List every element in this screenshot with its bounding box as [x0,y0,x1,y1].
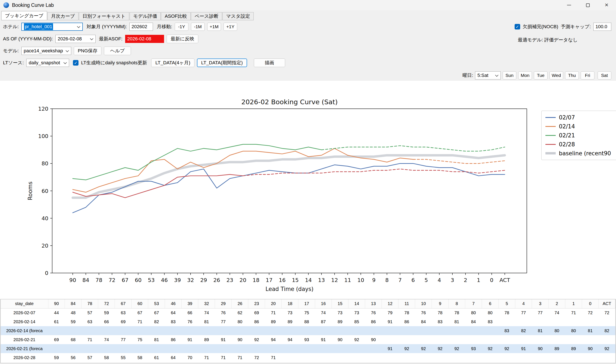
weekday-mon-button[interactable]: Mon [518,71,532,79]
column-header-7[interactable]: 7 [465,299,482,308]
shift-plus-1y-button[interactable]: +1Y [223,23,237,31]
value-cell: 77 [115,335,132,344]
column-header-6[interactable]: 6 [482,299,499,308]
column-header-9[interactable]: 9 [432,299,449,308]
column-header-72[interactable]: 72 [98,299,115,308]
value-cell: 84 [465,317,482,326]
chart-legend: 02/07 02/14 02/21 02/28 baseline (recent… [541,111,616,160]
table-row[interactable]: 2026-02-21696871747775818691899190929494… [1,335,615,344]
value-cell: 69 [248,308,265,317]
value-cell: 73 [282,308,298,317]
value-cell: 79 [382,308,398,317]
lt-source-select[interactable]: daily_snapshot [26,59,69,67]
column-header-18[interactable]: 18 [282,299,298,308]
column-header-16[interactable]: 16 [315,299,332,308]
column-header-3[interactable]: 3 [532,299,549,308]
maximize-button[interactable] [578,0,597,10]
apply-latest-button[interactable]: 最新に反映 [167,35,198,43]
lt-data-4m-button[interactable]: LT_DATA(4ヶ月) [151,59,194,67]
column-header-5[interactable]: 5 [499,299,515,308]
column-header-8[interactable]: 8 [449,299,465,308]
value-cell [582,317,599,326]
weekday-sat-button[interactable]: Sat [598,71,611,79]
table-row[interactable]: 2026-02-14 (foreca83828180808182 [1,326,615,335]
column-header-32[interactable]: 32 [198,299,215,308]
column-header-1[interactable]: 1 [565,299,582,308]
table-row[interactable]: 2026-02-07444857596367676466747662697173… [1,308,615,317]
column-header-11[interactable]: 11 [398,299,415,308]
dropdown-arrow-icon [66,49,69,52]
help-button[interactable]: ヘルプ [104,47,131,55]
svg-text:15: 15 [292,277,299,283]
draw-button[interactable]: 描画 [254,59,285,67]
value-cell: 89 [565,344,582,353]
minimize-button[interactable] [560,0,578,10]
nocb-checkbox[interactable]: ✓ [515,24,520,29]
column-header-23[interactable]: 23 [248,299,265,308]
column-header-0[interactable]: 0 [582,299,599,308]
column-header-2[interactable]: 2 [549,299,565,308]
weekday-fri-button[interactable]: Fri [581,71,594,79]
tab-model-eval[interactable]: モデル評価 [130,12,161,20]
weekday-wed-button[interactable]: Wed [549,71,563,79]
close-button[interactable]: ✕ [597,0,616,10]
value-cell [599,353,615,362]
tab-pace-diagnosis[interactable]: ペース診断 [191,12,222,20]
svg-text:16: 16 [279,277,286,283]
shift-plus-1m-button[interactable]: +1M [207,23,221,31]
column-header-20[interactable]: 20 [265,299,282,308]
table-row[interactable]: 2026-02-285956575855586164707171717271 [1,353,615,362]
shift-minus-1m-button[interactable]: -1M [191,23,205,31]
tab-monthly-curve[interactable]: 月次カーブ [47,12,79,20]
legend-line-swatch [546,126,556,127]
column-header-39[interactable]: 39 [182,299,198,308]
update-snapshots-checkbox[interactable]: ✓ [73,60,79,65]
shift-minus-1y-button[interactable]: -1Y [175,23,189,31]
column-header-14[interactable]: 14 [348,299,365,308]
column-header-84[interactable]: 84 [65,299,82,308]
column-header-ACT[interactable]: ACT [599,299,615,308]
column-header-10[interactable]: 10 [415,299,432,308]
weekday-sun-button[interactable]: Sun [503,71,516,79]
value-cell: 71 [215,353,232,362]
column-header-78[interactable]: 78 [82,299,98,308]
tab-asof-compare[interactable]: ASOF比較 [161,12,191,20]
value-cell: 63 [115,308,132,317]
weekday-tue-button[interactable]: Tue [534,71,548,79]
value-cell [482,353,499,362]
column-header-15[interactable]: 15 [332,299,348,308]
lt-data-range-button[interactable]: LT_DATA(期間指定) [197,59,247,67]
weekday-select[interactable]: 5:Sat [475,71,501,79]
column-header-stay_date[interactable]: stay_date [1,299,48,308]
column-header-90[interactable]: 90 [48,299,65,308]
hotel-select[interactable]: pr_hotel_001 [21,23,83,31]
png-save-button[interactable]: PNG保存 [74,47,102,55]
value-cell: 48 [65,308,82,317]
lead-time-table-grid: stay_date9084787267605346393229262320181… [1,299,615,362]
tab-booking-curve[interactable]: ブッキングカーブ [1,11,47,20]
column-header-67[interactable]: 67 [115,299,132,308]
value-cell [465,326,482,335]
weekday-thu-button[interactable]: Thu [565,71,579,79]
column-header-12[interactable]: 12 [382,299,398,308]
column-header-46[interactable]: 46 [165,299,182,308]
value-cell: 91 [215,335,232,344]
column-header-60[interactable]: 60 [132,299,148,308]
tab-daily-forecast[interactable]: 日別フォーキャスト [79,12,129,20]
tab-master-settings[interactable]: マスタ設定 [222,12,254,20]
value-cell [532,317,549,326]
weekday-row: 曜日: 5:Sat Sun Mon Tue Wed Thu Fri Sat [462,71,611,80]
table-row[interactable]: 2026-02-14615963666971828376817780868989… [1,317,615,326]
forecast-cap-input[interactable] [593,23,611,31]
column-header-29[interactable]: 29 [215,299,232,308]
column-header-53[interactable]: 53 [148,299,165,308]
column-header-13[interactable]: 13 [365,299,382,308]
column-header-4[interactable]: 4 [515,299,532,308]
target-month-input[interactable] [129,23,153,31]
table-row[interactable]: 2026-02-21 (foreca9192929292939292919089… [1,344,615,353]
model-select[interactable]: pace14_weekshape [21,47,71,55]
asof-select[interactable]: 2026-02-08 [55,35,96,43]
lt-source-select-value: daily_snapshot [29,60,60,65]
column-header-17[interactable]: 17 [298,299,315,308]
column-header-26[interactable]: 26 [232,299,248,308]
